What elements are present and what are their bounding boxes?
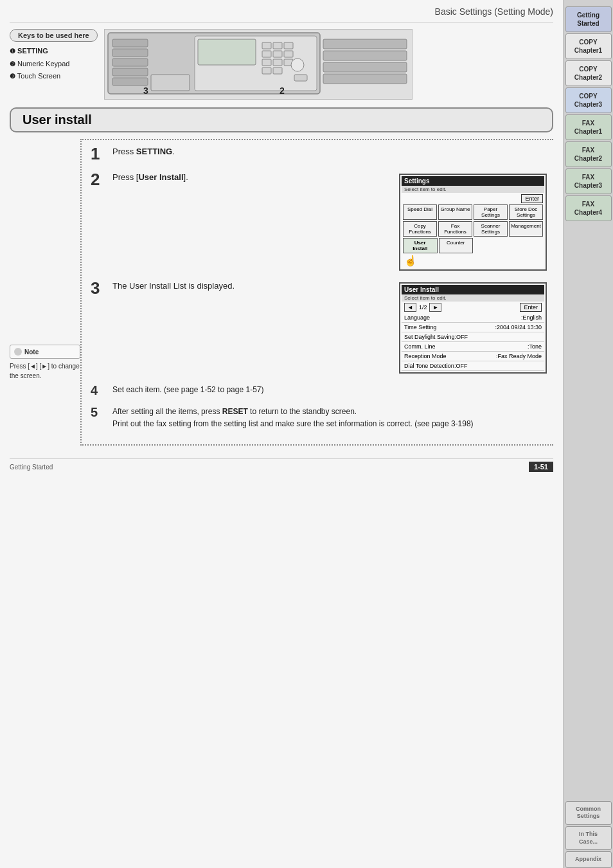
step-3-text: The User Install List is displayed. xyxy=(112,280,389,293)
step-4-text: Set each item. (see page 1-52 to page 1-… xyxy=(112,384,263,395)
key2-item: ❷ Numeric Keypad xyxy=(10,59,98,70)
store-doc-btn[interactable]: Store DocSettings xyxy=(509,204,543,220)
user-install-header: User install xyxy=(10,107,553,132)
settings-screen-title: Settings xyxy=(402,176,544,186)
user-install-title: User install xyxy=(22,113,92,127)
ui-prev-btn[interactable]: ◄ xyxy=(404,303,416,312)
keys-badge: Keys to be used here xyxy=(10,29,98,42)
svg-rect-15 xyxy=(262,59,271,66)
page-title: Basic Settings (Setting Mode) xyxy=(435,6,553,17)
svg-rect-18 xyxy=(262,68,271,74)
step-5: 5 After setting all the items, press RES… xyxy=(91,406,547,430)
machine-diagram: 3 2 xyxy=(104,29,413,100)
key1-num: ❶ xyxy=(10,48,15,55)
copy-functions-btn[interactable]: CopyFunctions xyxy=(403,221,437,237)
step-3: 3 The User Install List is displayed. Us… xyxy=(91,280,547,374)
ui-nav-row: ◄ 1/2 ► Enter xyxy=(402,302,544,313)
svg-rect-10 xyxy=(273,42,282,49)
speed-dial-btn[interactable]: Speed Dial xyxy=(403,204,437,220)
paper-settings-btn[interactable]: PaperSettings xyxy=(474,204,508,220)
sidebar-tab-fax4[interactable]: FAXChapter4 xyxy=(565,195,612,221)
step-4: 4 Set each item. (see page 1-52 to page … xyxy=(91,384,547,397)
svg-rect-25 xyxy=(323,74,407,84)
svg-rect-16 xyxy=(273,59,282,66)
note-side: Note Press [◄] [►] to change the screen. xyxy=(10,139,80,446)
svg-rect-1 xyxy=(112,39,148,47)
sidebar-tab-appendix[interactable]: Appendix xyxy=(565,851,612,868)
settings-grid-row2: CopyFunctions FaxFunctions ScannerSettin… xyxy=(403,221,543,237)
svg-rect-5 xyxy=(112,78,148,86)
key1-item: ❶ SETTING xyxy=(10,46,98,57)
svg-rect-4 xyxy=(112,68,148,76)
sidebar-tab-fax2[interactable]: FAXChapter2 xyxy=(565,141,612,167)
footer-right: 1-51 xyxy=(529,462,553,472)
step-3-content: The User Install List is displayed. User… xyxy=(112,280,547,374)
ui-next-btn[interactable]: ► xyxy=(429,303,441,312)
scanner-settings-btn[interactable]: ScannerSettings xyxy=(474,221,508,237)
sidebar-tab-fax3[interactable]: FAXChapter3 xyxy=(565,168,612,194)
svg-rect-24 xyxy=(323,62,407,72)
fax-functions-btn[interactable]: FaxFunctions xyxy=(438,221,472,237)
counter-btn[interactable]: Counter xyxy=(439,238,474,253)
settings-enter: Enter xyxy=(403,194,543,203)
user-install-screen: User Install Select item to edit. ◄ 1/2 … xyxy=(399,282,547,374)
sidebar-tab-fax1[interactable]: FAXChapter1 xyxy=(565,114,612,140)
note-box: Note xyxy=(10,345,80,359)
grid-spacer xyxy=(474,238,543,253)
step-3-num: 3 xyxy=(91,280,109,296)
note-title: Note xyxy=(24,348,39,356)
svg-text:3: 3 xyxy=(143,86,148,96)
ui-row-dialtone: Dial Tone Detection:OFF xyxy=(402,361,544,371)
settings-enter-btn[interactable]: Enter xyxy=(521,194,543,203)
settings-screen-body: Enter Speed Dial Group Name PaperSetting… xyxy=(402,193,544,268)
ui-screen-title: User Install xyxy=(402,285,544,294)
footer-left: Getting Started xyxy=(10,464,53,471)
svg-rect-8 xyxy=(198,39,256,65)
svg-rect-3 xyxy=(112,59,148,66)
management-btn[interactable]: Management xyxy=(509,221,543,237)
keys-section: Keys to be used here ❶ SETTING ❷ Numeric… xyxy=(10,29,553,100)
step-2-text: Press [User Install]. xyxy=(112,171,389,184)
sidebar-tab-copy1[interactable]: COPYChapter1 xyxy=(565,33,612,59)
ui-enter-btn[interactable]: Enter xyxy=(520,303,542,312)
svg-text:2: 2 xyxy=(280,86,285,96)
sidebar-tab-inthis[interactable]: In ThisCase... xyxy=(565,826,612,850)
settings-screen: Settings Select item to edit. Enter Spee… xyxy=(399,174,547,271)
sidebar-tab-copy2[interactable]: COPYChapter2 xyxy=(565,60,612,86)
step-4-num: 4 xyxy=(91,384,109,397)
step-1-text: Press SETTING. xyxy=(112,145,175,158)
svg-rect-23 xyxy=(323,51,407,60)
settings-grid-row3: UserInstall Counter xyxy=(403,238,543,253)
svg-rect-2 xyxy=(112,49,148,57)
key3-item: ❸ Touch Screen xyxy=(10,71,98,82)
key2-label: Numeric Keypad xyxy=(17,60,69,68)
svg-rect-21 xyxy=(294,75,307,81)
machine-svg: 3 2 xyxy=(105,30,413,100)
step-5-num: 5 xyxy=(91,406,109,419)
key2-num: ❷ xyxy=(10,60,15,68)
settings-grid-row1: Speed Dial Group Name PaperSettings Stor… xyxy=(403,204,543,220)
main-content: Basic Settings (Setting Mode) Keys to be… xyxy=(0,0,563,868)
page: Basic Settings (Setting Mode) Keys to be… xyxy=(0,0,613,868)
group-name-btn[interactable]: Group Name xyxy=(438,204,472,220)
svg-point-20 xyxy=(291,59,304,71)
sidebar-tab-getting-started[interactable]: GettingStarted xyxy=(565,6,612,32)
sidebar: GettingStarted COPYChapter1 COPYChapter2… xyxy=(563,0,613,868)
svg-rect-9 xyxy=(262,42,271,49)
user-install-btn[interactable]: UserInstall xyxy=(403,238,438,253)
finger-icon: ☝ xyxy=(403,253,543,267)
ui-row-language: Language :English xyxy=(402,313,544,323)
steps-inner: 1 Press SETTING. 2 Press [User Install]. xyxy=(80,139,553,446)
sidebar-tab-common[interactable]: CommonSettings xyxy=(565,801,612,825)
ui-row-comm: Comm. Line :Tone xyxy=(402,342,544,352)
step-2: 2 Press [User Install]. Settings Select … xyxy=(91,171,547,271)
ui-page-indicator: 1/2 xyxy=(419,304,427,311)
footer-page-num: 1-51 xyxy=(529,462,553,472)
svg-rect-22 xyxy=(323,39,407,49)
svg-rect-12 xyxy=(262,51,271,57)
note-text: Press [◄] [►] to change the screen. xyxy=(10,361,80,381)
ui-row-daylight: Set Daylight Saving:OFF xyxy=(402,332,544,342)
page-header: Basic Settings (Setting Mode) xyxy=(10,6,553,23)
sidebar-tab-copy3[interactable]: COPYChapter3 xyxy=(565,87,612,113)
svg-rect-13 xyxy=(273,51,282,57)
